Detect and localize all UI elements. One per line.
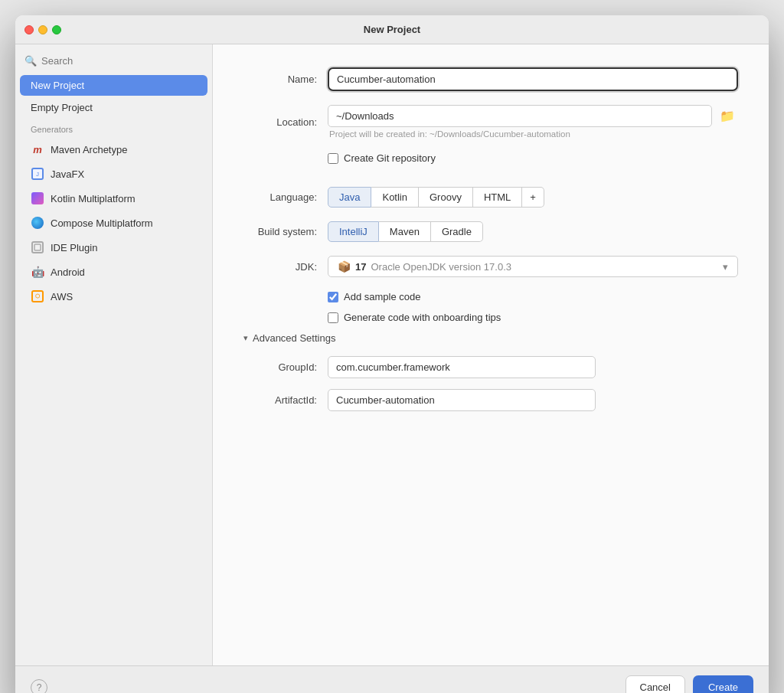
git-checkbox-row: Create Git repository <box>328 152 436 164</box>
maven-icon: m <box>31 142 44 156</box>
window-title: New Project <box>364 24 420 35</box>
git-checkbox-label: Create Git repository <box>344 152 436 164</box>
location-hint: Project will be created in: ~/Downloads/… <box>328 129 738 139</box>
lang-java-btn[interactable]: Java <box>328 187 371 208</box>
location-field: 📁 Project will be created in: ~/Download… <box>328 105 738 139</box>
sidebar-item-compose-multiplatform[interactable]: Compose Multiplatform <box>20 211 207 234</box>
sample-code-row: Add sample code <box>328 291 738 302</box>
name-input[interactable] <box>328 67 738 91</box>
groupid-label: GroupId: <box>251 361 328 373</box>
close-button[interactable] <box>24 25 34 34</box>
sidebar-item-ide-plugin[interactable]: IDE Plugin <box>20 236 207 259</box>
compose-label: Compose Multiplatform <box>51 217 153 229</box>
footer-right: Cancel Create <box>626 675 754 693</box>
advanced-toggle-arrow: ▾ <box>243 333 248 343</box>
ide-plugin-icon <box>31 240 44 254</box>
jdk-version: 17 <box>355 261 366 273</box>
aws-label: AWS <box>51 291 73 302</box>
onboarding-label: Generate code with onboarding tips <box>344 312 501 323</box>
language-btn-group: Java Kotlin Groovy HTML + <box>328 187 544 208</box>
new-project-window: New Project 🔍 New Project Empty Project … <box>15 15 769 693</box>
artifactid-input[interactable] <box>328 389 596 411</box>
kotlin-multi-label: Kotlin Multiplatform <box>51 193 136 204</box>
kotlin-multi-icon <box>31 191 44 205</box>
jdk-select[interactable]: 📦 17 Oracle OpenJDK version 17.0.3 ▾ <box>328 256 738 277</box>
jdk-row: JDK: 📦 17 Oracle OpenJDK version 17.0.3 … <box>243 256 738 277</box>
advanced-settings-label: Advanced Settings <box>253 332 335 344</box>
git-checkbox[interactable] <box>328 153 338 164</box>
traffic-lights <box>24 25 61 34</box>
generators-section-label: Generators <box>15 119 212 137</box>
name-field <box>328 67 738 91</box>
build-system-row: Build system: IntelliJ Maven Gradle <box>243 221 738 242</box>
jdk-field: 📦 17 Oracle OpenJDK version 17.0.3 ▾ <box>328 256 738 277</box>
groupid-input[interactable] <box>328 356 596 378</box>
sidebar-item-javafx[interactable]: J JavaFX <box>20 162 207 185</box>
git-row: Create Git repository <box>328 152 738 173</box>
lang-plus-btn[interactable]: + <box>522 187 544 208</box>
lang-html-btn[interactable]: HTML <box>473 187 522 208</box>
javafx-label: JavaFX <box>51 168 84 180</box>
svg-rect-0 <box>34 244 41 250</box>
build-label: Build system: <box>243 226 328 237</box>
search-bar: 🔍 <box>15 51 212 74</box>
build-intellij-btn[interactable]: IntelliJ <box>328 221 379 242</box>
new-project-label: New Project <box>31 80 84 91</box>
artifactid-label: ArtifactId: <box>251 394 328 406</box>
name-label: Name: <box>243 74 328 85</box>
android-icon: 🤖 <box>31 265 44 279</box>
jdk-label: JDK: <box>243 261 328 273</box>
lang-kotlin-btn[interactable]: Kotlin <box>371 187 419 208</box>
main-content: 🔍 New Project Empty Project Generators m… <box>15 44 769 665</box>
sidebar-item-empty-project[interactable]: Empty Project <box>20 97 207 118</box>
artifactid-row: ArtifactId: <box>251 389 738 411</box>
build-btn-group: IntelliJ Maven Gradle <box>328 221 483 242</box>
language-label: Language: <box>243 191 328 203</box>
android-label: Android <box>51 266 85 278</box>
minimize-button[interactable] <box>38 25 47 34</box>
advanced-section: ▾ Advanced Settings GroupId: ArtifactId: <box>243 332 738 411</box>
empty-project-label: Empty Project <box>31 102 93 113</box>
folder-button[interactable]: 📁 <box>717 107 738 125</box>
compose-icon <box>31 216 44 230</box>
title-bar: New Project <box>15 15 769 44</box>
advanced-fields: GroupId: ArtifactId: <box>243 356 738 411</box>
jdk-icon: 📦 <box>338 260 351 273</box>
javafx-icon: J <box>31 167 44 181</box>
search-input[interactable] <box>41 55 203 67</box>
sidebar-item-new-project[interactable]: New Project <box>20 75 207 96</box>
sidebar: 🔍 New Project Empty Project Generators m… <box>15 44 213 665</box>
sidebar-item-aws[interactable]: ⬡ AWS <box>20 285 207 308</box>
sidebar-item-kotlin-multiplatform[interactable]: Kotlin Multiplatform <box>20 187 207 210</box>
groupid-row: GroupId: <box>251 356 738 378</box>
name-row: Name: <box>243 67 738 91</box>
jdk-full-label: Oracle OpenJDK version 17.0.3 <box>371 261 511 273</box>
ide-plugin-label: IDE Plugin <box>51 242 97 253</box>
build-maven-btn[interactable]: Maven <box>379 221 431 242</box>
help-button[interactable]: ? <box>31 679 47 694</box>
sidebar-item-maven-archetype[interactable]: m Maven Archetype <box>20 138 207 161</box>
advanced-settings-toggle[interactable]: ▾ Advanced Settings <box>243 332 738 344</box>
search-icon: 🔍 <box>24 55 37 67</box>
create-button[interactable]: Create <box>693 675 753 693</box>
aws-icon: ⬡ <box>31 289 44 303</box>
folder-icon: 📁 <box>720 110 735 123</box>
maximize-button[interactable] <box>52 25 61 34</box>
form-area: Name: Location: 📁 Project will be create… <box>213 44 769 665</box>
onboarding-row: Generate code with onboarding tips <box>328 312 738 323</box>
sample-code-checkbox[interactable] <box>328 292 338 302</box>
build-gradle-btn[interactable]: Gradle <box>431 221 483 242</box>
sample-code-container: Add sample code Generate code with onboa… <box>328 291 738 323</box>
language-row: Language: Java Kotlin Groovy HTML + <box>243 187 738 208</box>
location-wrapper: 📁 <box>328 105 738 127</box>
maven-label: Maven Archetype <box>51 144 127 155</box>
location-label: Location: <box>243 116 328 128</box>
sample-code-label: Add sample code <box>344 291 420 302</box>
location-input[interactable] <box>328 105 712 127</box>
lang-groovy-btn[interactable]: Groovy <box>419 187 473 208</box>
footer: ? Cancel Create <box>15 665 769 693</box>
cancel-button[interactable]: Cancel <box>626 675 685 693</box>
sidebar-item-android[interactable]: 🤖 Android <box>20 260 207 283</box>
onboarding-checkbox[interactable] <box>328 312 338 323</box>
location-row: Location: 📁 Project will be created in: … <box>243 105 738 139</box>
